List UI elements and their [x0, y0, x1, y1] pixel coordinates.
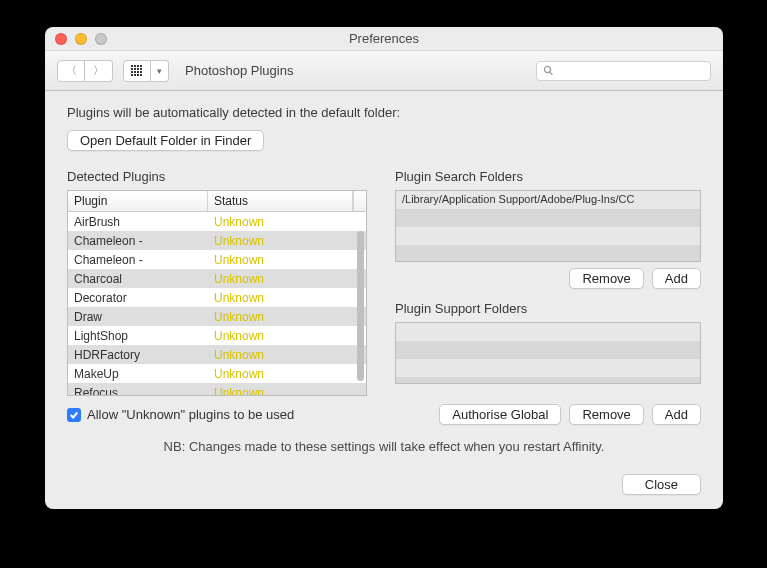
section-title: Photoshop Plugins	[185, 63, 293, 78]
detected-plugins-table[interactable]: Plugin Status AirBrushUnknownChameleon -…	[67, 190, 367, 396]
list-item[interactable]	[396, 227, 700, 245]
intro-text: Plugins will be automatically detected i…	[67, 105, 701, 120]
plugin-name: Chameleon -	[68, 234, 208, 248]
col-spacer	[353, 191, 366, 211]
plugin-status: Unknown	[208, 348, 366, 362]
plugin-name: HDRFactory	[68, 348, 208, 362]
support-folders-list[interactable]	[395, 322, 701, 384]
plugin-name: AirBrush	[68, 215, 208, 229]
detected-plugins-section: Detected Plugins Plugin Status AirBrushU…	[67, 169, 367, 396]
plugin-name: LightShop	[68, 329, 208, 343]
allow-unknown-checkbox[interactable]: Allow "Unknown" plugins to be used	[67, 407, 294, 422]
plugin-name: Draw	[68, 310, 208, 324]
content: Plugins will be automatically detected i…	[45, 91, 723, 474]
table-row[interactable]: Chameleon -Unknown	[68, 250, 366, 269]
restart-note: NB: Changes made to these settings will …	[67, 439, 701, 454]
plugin-name: MakeUp	[68, 367, 208, 381]
col-status[interactable]: Status	[208, 191, 353, 211]
table-row[interactable]: AirBrushUnknown	[68, 212, 366, 231]
show-all-button[interactable]	[123, 60, 151, 82]
list-item[interactable]	[396, 377, 700, 384]
plugin-support-folders-section: Plugin Support Folders	[395, 301, 701, 384]
plugin-status: Unknown	[208, 329, 366, 343]
search-input[interactable]	[558, 65, 704, 77]
plugin-status: Unknown	[208, 253, 366, 267]
search-remove-button[interactable]: Remove	[569, 268, 643, 289]
scrollbar[interactable]	[357, 231, 364, 381]
plugin-name: Decorator	[68, 291, 208, 305]
table-header: Plugin Status	[68, 191, 366, 212]
list-item[interactable]	[396, 359, 700, 377]
forward-button[interactable]: 〉	[85, 60, 113, 82]
toolbar: 〈 〉 ▾ Photoshop Plugins	[45, 51, 723, 91]
table-row[interactable]: DecoratorUnknown	[68, 288, 366, 307]
table-row[interactable]: CharcoalUnknown	[68, 269, 366, 288]
search-folders-list[interactable]: /Library/Application Support/Adobe/Plug-…	[395, 190, 701, 262]
table-row[interactable]: LightShopUnknown	[68, 326, 366, 345]
plugin-status: Unknown	[208, 272, 366, 286]
col-plugin[interactable]: Plugin	[68, 191, 208, 211]
table-row[interactable]: RefocusUnknown	[68, 383, 366, 396]
table-row[interactable]: Chameleon -Unknown	[68, 231, 366, 250]
titlebar: Preferences	[45, 27, 723, 51]
list-item[interactable]	[396, 323, 700, 341]
plugin-status: Unknown	[208, 367, 366, 381]
grid-icon	[131, 65, 143, 77]
detected-plugins-heading: Detected Plugins	[67, 169, 367, 184]
nav-segment: 〈 〉	[57, 60, 113, 82]
back-button[interactable]: 〈	[57, 60, 85, 82]
support-add-button[interactable]: Add	[652, 404, 701, 425]
checkbox-icon	[67, 408, 81, 422]
support-remove-button[interactable]: Remove	[569, 404, 643, 425]
plugin-name: Refocus	[68, 386, 208, 397]
plugin-name: Chameleon -	[68, 253, 208, 267]
table-row[interactable]: MakeUpUnknown	[68, 364, 366, 383]
search-add-button[interactable]: Add	[652, 268, 701, 289]
table-row[interactable]: DrawUnknown	[68, 307, 366, 326]
list-item[interactable]	[396, 245, 700, 262]
plugin-status: Unknown	[208, 234, 366, 248]
preferences-window: Preferences 〈 〉 ▾ Photoshop Plugins Plug…	[45, 27, 723, 509]
list-item[interactable]	[396, 341, 700, 359]
allow-unknown-label: Allow "Unknown" plugins to be used	[87, 407, 294, 422]
support-folders-heading: Plugin Support Folders	[395, 301, 701, 316]
search-folders-heading: Plugin Search Folders	[395, 169, 701, 184]
plugin-name: Charcoal	[68, 272, 208, 286]
view-dropdown[interactable]: ▾	[151, 60, 169, 82]
plugin-search-folders-section: Plugin Search Folders /Library/Applicati…	[395, 169, 701, 289]
window-title: Preferences	[45, 31, 723, 46]
list-item[interactable]: /Library/Application Support/Adobe/Plug-…	[396, 191, 700, 209]
close-button[interactable]: Close	[622, 474, 701, 495]
authorise-global-button[interactable]: Authorise Global	[439, 404, 561, 425]
plugin-status: Unknown	[208, 291, 366, 305]
open-default-folder-button[interactable]: Open Default Folder in Finder	[67, 130, 264, 151]
table-row[interactable]: HDRFactoryUnknown	[68, 345, 366, 364]
search-field[interactable]	[536, 61, 711, 81]
view-segment: ▾	[123, 60, 169, 82]
search-icon	[543, 65, 554, 76]
list-item[interactable]	[396, 209, 700, 227]
plugin-status: Unknown	[208, 215, 366, 229]
plugin-status: Unknown	[208, 310, 366, 324]
plugin-status: Unknown	[208, 386, 366, 397]
